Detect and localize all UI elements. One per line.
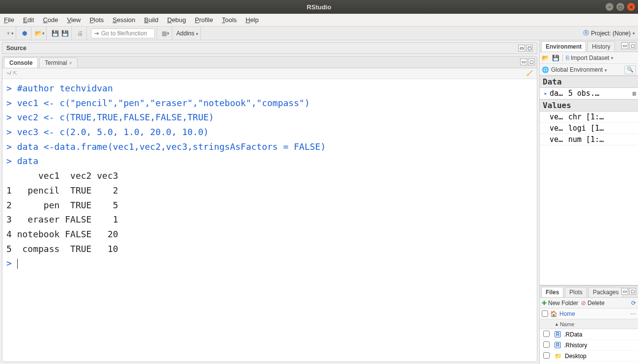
env-var-value: num [1:… [566, 135, 636, 144]
env-var-value: chr [1:… [566, 112, 636, 121]
maximize-button[interactable]: ◻ [616, 3, 624, 11]
save-icon[interactable]: 💾 [51, 29, 59, 38]
menu-file[interactable]: File [4, 16, 14, 24]
tab-files[interactable]: Files [541, 287, 563, 297]
minimize-button[interactable]: – [606, 3, 613, 11]
file-checkbox[interactable] [543, 331, 550, 337]
file-checkbox[interactable] [543, 341, 550, 348]
menu-build[interactable]: Build [144, 16, 159, 24]
file-row[interactable]: R.Rhistory [540, 340, 638, 351]
rdata-icon: R [555, 331, 561, 337]
load-workspace-icon[interactable]: 📂 [542, 55, 549, 61]
env-toolbar: 📂 💾 ⎘ Import Dataset ▾ [540, 52, 638, 64]
save-all-icon[interactable]: 💾 [60, 29, 69, 38]
env-row[interactable]: ▸da…5 obs.…▦ [540, 88, 638, 99]
import-icon: ⎘ [566, 55, 569, 61]
environment-tabs: Environment History ▭ ▢ [540, 40, 638, 52]
env-var-name: da… [550, 89, 566, 98]
tab-history[interactable]: History [587, 41, 614, 52]
menu-profile[interactable]: Profile [195, 16, 213, 24]
env-minimize-icon[interactable]: ▭ [621, 42, 628, 49]
tab-console[interactable]: Console [4, 57, 38, 68]
files-maximize-icon[interactable]: ▢ [629, 288, 636, 295]
env-row[interactable]: ve…num [1:… [540, 134, 638, 145]
window-title: RStudio [307, 3, 332, 11]
new-project-icon[interactable]: ⬢ [20, 29, 29, 38]
import-dataset-menu[interactable]: ⎘ Import Dataset ▾ [566, 55, 613, 61]
save-workspace-icon[interactable]: 💾 [552, 55, 559, 61]
delete-button[interactable]: ⊘ Delete [581, 300, 605, 307]
files-select-all-checkbox[interactable] [542, 310, 548, 317]
file-name: Desktop [565, 353, 586, 360]
files-toolbar: ✚ New Folder ⊘ Delete ⟳ [540, 298, 638, 308]
grid-icon[interactable]: ▦▾ [161, 29, 170, 38]
files-tabs: Files Plots Packages ▭ ▢ [540, 286, 638, 298]
source-title: Source [6, 45, 27, 52]
env-maximize-icon[interactable]: ▢ [629, 42, 636, 49]
breadcrumb-more-icon[interactable]: ⋯ [630, 310, 636, 317]
goto-arrow-icon: ➔ [94, 30, 99, 37]
menu-session[interactable]: Session [112, 16, 135, 24]
files-list[interactable]: R.RDataR.Rhistory📁Desktop [540, 329, 638, 364]
files-breadcrumb: 🏠 Home ⋯ [540, 308, 638, 319]
console-output[interactable]: > #author techvidvan > vec1 <- c("pencil… [2, 79, 537, 362]
env-var-value: logi [1… [566, 124, 636, 133]
close-button[interactable]: ✕ [627, 3, 635, 11]
files-name-column[interactable]: ▲Name [553, 321, 638, 327]
close-icon[interactable]: × [69, 60, 72, 66]
env-scope-selector[interactable]: Global Environment ▾ [551, 66, 622, 73]
main-toolbar: ＋▾ ⬢ 📂▾ 💾 💾 🖨 ➔ Go to file/function ▦▾ A… [0, 27, 638, 40]
print-icon[interactable]: 🖨 [76, 29, 84, 38]
popout-icon[interactable]: ⇱ [13, 70, 17, 76]
search-icon: 🔍 [627, 66, 634, 73]
clear-console-icon[interactable]: 🧹 [526, 70, 533, 77]
breadcrumb-home[interactable]: Home [559, 310, 575, 317]
menu-view[interactable]: View [67, 16, 81, 24]
env-var-name: ve… [550, 135, 566, 144]
project-selector[interactable]: Ⓡ Project: (None) ▾ [583, 29, 635, 37]
file-row[interactable]: 📁Desktop [540, 351, 638, 362]
menu-tools[interactable]: Tools [222, 16, 237, 24]
open-file-icon[interactable]: 📂▾ [35, 29, 44, 38]
environment-list[interactable]: Data▸da…5 obs.…▦Valuesve…chr [1:…ve…logi… [540, 76, 638, 285]
goto-file-input[interactable]: ➔ Go to file/function [91, 28, 155, 38]
source-maximize-icon[interactable]: ▢ [526, 45, 533, 52]
console-cwd: ~/ [6, 70, 11, 76]
view-data-icon[interactable]: ▦ [633, 90, 636, 97]
folder-icon: 📁 [555, 353, 562, 360]
menu-plots[interactable]: Plots [89, 16, 104, 24]
files-header: ▲Name [540, 319, 638, 329]
menu-debug[interactable]: Debug [167, 16, 186, 24]
file-row[interactable]: R.RData [540, 329, 638, 340]
home-icon[interactable]: 🏠 [550, 310, 557, 317]
new-folder-button[interactable]: ✚ New Folder [542, 300, 578, 307]
titlebar: RStudio – ◻ ✕ [0, 0, 638, 14]
env-search-input[interactable]: 🔍 [624, 65, 636, 74]
env-var-name: ve… [550, 112, 566, 121]
console-maximize-icon[interactable]: ▢ [528, 58, 535, 65]
globe-icon: 🌐 [542, 66, 549, 73]
env-row[interactable]: ve…chr [1:… [540, 112, 638, 123]
expand-icon[interactable]: ▸ [542, 90, 550, 97]
menu-edit[interactable]: Edit [23, 16, 34, 24]
file-checkbox[interactable] [543, 352, 550, 359]
env-scope-toolbar: 🌐 Global Environment ▾ 🔍 [540, 64, 638, 76]
tab-packages[interactable]: Packages [588, 287, 623, 297]
addins-menu[interactable]: Addins ▾ [176, 30, 198, 37]
source-minimize-icon[interactable]: ▭ [518, 45, 525, 52]
console-sub-toolbar: ~/ ⇱ 🧹 [2, 68, 537, 79]
files-minimize-icon[interactable]: ▭ [621, 288, 628, 295]
tab-plots[interactable]: Plots [565, 287, 587, 297]
rdata-icon: R [555, 342, 561, 348]
env-row[interactable]: ve…logi [1… [540, 123, 638, 134]
tab-environment[interactable]: Environment [541, 41, 586, 52]
menubar: FileEditCodeViewPlotsSessionBuildDebugPr… [0, 14, 638, 27]
menu-help[interactable]: Help [246, 16, 259, 24]
refresh-icon[interactable]: ⟳ [631, 300, 636, 307]
tab-terminal[interactable]: Terminal × [39, 57, 77, 68]
new-file-icon[interactable]: ＋▾ [5, 29, 14, 38]
menu-code[interactable]: Code [43, 16, 58, 24]
console-tabs: Console Terminal × ▭ ▢ [2, 56, 537, 68]
console-minimize-icon[interactable]: ▭ [520, 58, 527, 65]
new-folder-icon: ✚ [542, 300, 547, 307]
